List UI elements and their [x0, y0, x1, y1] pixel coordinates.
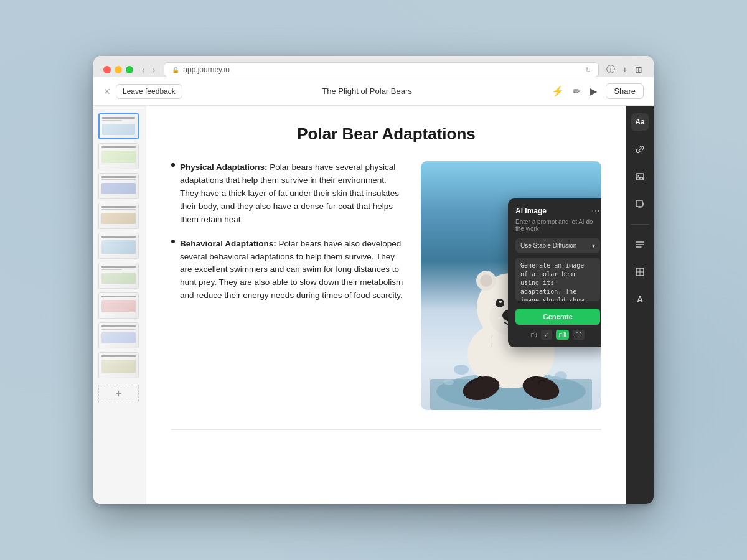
slide-thumb-4[interactable] [98, 203, 139, 229]
expand-button[interactable]: ⛶ [573, 330, 585, 340]
list-icon [635, 240, 645, 250]
shape-tool-button[interactable] [631, 195, 649, 213]
svg-point-4 [444, 379, 454, 385]
slides-sidebar: + [93, 106, 146, 504]
table-tool-button[interactable] [631, 263, 649, 281]
svg-point-2 [454, 365, 469, 375]
fill-button[interactable]: Fill [556, 330, 570, 340]
link-icon [635, 144, 645, 154]
bullet-title-2: Behavioral Adaptations: [180, 239, 276, 248]
browser-top-bar: ‹ › 🔒 app.journey.io ↻ ⓘ + ⊞ [103, 62, 644, 77]
main-content: + Polar Bear Adaptations Physical Adapta… [93, 106, 654, 504]
slide-title: Polar Bear Adaptations [171, 124, 601, 144]
ai-model-dropdown[interactable]: Use Stable Diffusion ▾ [515, 238, 600, 253]
bullet-dot-1 [171, 163, 175, 167]
image-icon [635, 172, 645, 182]
image-tool-button[interactable] [631, 168, 649, 185]
slide-thumb-6[interactable] [98, 263, 139, 289]
generate-button[interactable]: Generate [515, 309, 600, 325]
fit-crop-button[interactable]: ⤢ [541, 330, 552, 340]
text-tool-icon: Aa [635, 118, 644, 126]
svg-rect-22 [636, 200, 642, 207]
address-bar[interactable]: 🔒 app.journey.io ↻ [164, 62, 598, 77]
svg-point-14 [499, 301, 502, 303]
browser-window: ‹ › 🔒 app.journey.io ↻ ⓘ + ⊞ ✕ Leave fee… [93, 56, 654, 504]
ai-model-label: Use Stable Diffusion [520, 242, 576, 249]
feedback-button[interactable]: Leave feedback [116, 84, 182, 99]
ai-panel-header: AI Image ⋯ [515, 206, 600, 216]
back-button[interactable]: ‹ [139, 63, 148, 76]
bullet-text-1: Physical Adaptations: Polar bears have s… [180, 161, 406, 226]
bullet-text-2: Behavioral Adaptations: Polar bears have… [180, 238, 406, 303]
ai-panel-title: AI Image [515, 207, 547, 215]
font-icon: A [637, 294, 643, 304]
add-slide-button[interactable]: + [98, 385, 139, 403]
polar-bear-image: AI Image ⋯ Enter a prompt and let AI do … [421, 161, 601, 410]
tab-grid-button[interactable]: ⊞ [634, 63, 644, 76]
image-fit-controls: Fit ⤢ Fill ⛶ [515, 330, 600, 340]
bullet-dot-2 [171, 240, 175, 243]
svg-rect-20 [636, 174, 644, 180]
slide-thumb-7[interactable] [98, 292, 139, 319]
nav-buttons: ‹ › [139, 63, 157, 76]
image-container: AI Image ⋯ Enter a prompt and let AI do … [421, 161, 601, 410]
lock-icon: 🔒 [172, 67, 179, 73]
dismiss-button[interactable]: ✕ [103, 86, 111, 96]
font-tool-button[interactable]: A [631, 291, 649, 308]
minimize-traffic-light[interactable] [115, 66, 122, 73]
slide-thumb-1[interactable] [98, 113, 139, 139]
ai-panel-subtitle: Enter a prompt and let AI do the work [515, 218, 600, 232]
svg-point-21 [638, 175, 639, 177]
app-bar-right: ⚡ ✏ ▶ Share [552, 83, 644, 99]
ai-image-panel: AI Image ⋯ Enter a prompt and let AI do … [508, 198, 601, 347]
magic-button[interactable]: ⚡ [552, 85, 564, 97]
ai-panel-menu-button[interactable]: ⋯ [591, 206, 600, 216]
slide-footer [171, 429, 601, 430]
dropdown-chevron-icon: ▾ [592, 242, 595, 249]
app-bar: ✕ Leave feedback The Plight of Polar Bea… [93, 77, 654, 106]
fit-option-label: Fit [531, 332, 537, 338]
slide-thumb-2[interactable] [98, 143, 139, 169]
slide-thumb-3[interactable] [98, 173, 139, 199]
new-tab-button[interactable]: + [621, 63, 629, 76]
right-toolbar: Aa [626, 106, 654, 504]
browser-chrome: ‹ › 🔒 app.journey.io ↻ ⓘ + ⊞ [93, 56, 654, 77]
editor-canvas: Polar Bear Adaptations Physical Adaptati… [146, 106, 626, 504]
svg-point-3 [555, 371, 567, 380]
slide-thumb-8[interactable] [98, 322, 139, 348]
url-text: app.journey.io [183, 65, 230, 74]
bullet-item-1: Physical Adaptations: Polar bears have s… [171, 161, 406, 226]
close-traffic-light[interactable] [103, 66, 111, 73]
svg-point-12 [496, 299, 504, 307]
reload-icon[interactable]: ↻ [585, 66, 591, 74]
toolbar-divider [631, 224, 650, 225]
presentation-title: The Plight of Polar Bears [322, 86, 412, 96]
browser-actions: ⓘ + ⊞ [605, 63, 644, 77]
link-tool-button[interactable] [631, 141, 649, 158]
slide-thumb-9[interactable] [98, 352, 139, 378]
browser-info-button[interactable]: ⓘ [605, 63, 616, 77]
bullet-list: Physical Adaptations: Polar bears have s… [171, 161, 406, 314]
app-bar-left: ✕ Leave feedback [103, 84, 182, 99]
slide-thumb-5[interactable] [98, 233, 139, 259]
slide-content: Physical Adaptations: Polar bears have s… [171, 161, 601, 410]
play-button[interactable]: ▶ [590, 85, 597, 97]
table-icon [635, 267, 645, 277]
edit-button[interactable]: ✏ [573, 85, 581, 97]
share-button[interactable]: Share [606, 83, 644, 99]
maximize-traffic-light[interactable] [126, 66, 133, 73]
bullet-item-2: Behavioral Adaptations: Polar bears have… [171, 238, 406, 303]
forward-button[interactable]: › [150, 63, 158, 76]
bullet-title-1: Physical Adaptations: [180, 162, 268, 172]
svg-point-8 [480, 274, 492, 287]
shape-icon [635, 199, 645, 209]
list-tool-button[interactable] [631, 236, 649, 253]
traffic-lights [103, 66, 133, 73]
ai-prompt-input[interactable]: Generate an image of a polar bear using … [515, 258, 600, 301]
text-tool-button[interactable]: Aa [631, 113, 649, 131]
